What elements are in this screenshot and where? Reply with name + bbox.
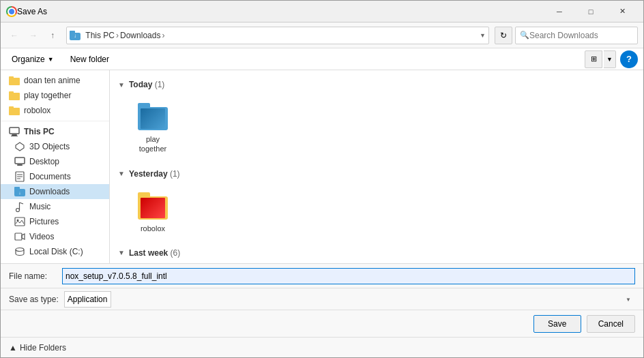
item-name: play together [132, 134, 174, 154]
svg-rect-8 [11, 136, 18, 136]
maximize-button[interactable]: □ [575, 1, 606, 23]
list-item[interactable]: play together [129, 96, 177, 157]
sidebar-item-desktop[interactable]: Desktop [1, 154, 109, 169]
help-button[interactable]: ? [620, 50, 638, 68]
refresh-button[interactable]: ↻ [495, 27, 512, 44]
folder-thumb [136, 190, 169, 220]
main-content: ▼ Today (1) play together [110, 70, 643, 263]
sidebar-item-robolox[interactable]: robolox [1, 103, 109, 118]
sidebar-label: doan ten anime [24, 76, 104, 85]
svg-rect-4 [9, 108, 20, 115]
sidebar-item-music[interactable]: Music [1, 199, 109, 214]
svg-rect-1 [9, 76, 14, 78]
minimize-button[interactable]: ─ [544, 1, 575, 23]
svg-rect-3 [9, 91, 14, 93]
sidebar-item-videos[interactable]: Videos [1, 229, 109, 244]
address-this-pc: This PC [85, 31, 115, 40]
sidebar-divider [1, 121, 109, 121]
svg-rect-7 [12, 134, 17, 136]
savetype-select[interactable]: Application [64, 291, 111, 308]
group-label-last-week: Last week (6) [129, 248, 180, 258]
search-icon: 🔍 [520, 31, 529, 40]
3d-objects-icon [14, 141, 25, 152]
list-item[interactable]: robolox [129, 185, 177, 236]
sidebar-item-downloads[interactable]: ↓ Downloads [1, 184, 109, 199]
item-thumb [136, 99, 169, 132]
svg-rect-5 [9, 106, 14, 108]
svg-rect-19 [15, 218, 25, 226]
svg-point-16 [16, 209, 20, 212]
folder-thumb [136, 100, 169, 130]
cancel-button[interactable]: Cancel [587, 315, 635, 333]
svg-rect-21 [15, 233, 22, 240]
group-header-last-week[interactable]: ▼ Last week (6) [118, 244, 635, 262]
group-header-today[interactable]: ▼ Today (1) [118, 76, 635, 93]
desktop-icon [14, 156, 25, 167]
group-items-today: play together [118, 93, 635, 165]
this-pc-icon [9, 126, 20, 137]
sidebar-label: Downloads [29, 187, 104, 196]
sidebar-item-local-disk[interactable]: Local Disk (C:) [1, 244, 109, 259]
svg-rect-2 [9, 93, 20, 100]
group-header-yesterday[interactable]: ▼ Yesterday (1) [118, 165, 635, 183]
back-button[interactable]: ← [6, 27, 23, 44]
address-folder-icon: ↓ [70, 31, 80, 40]
folder-icon [9, 90, 20, 101]
sidebar: doan ten anime play together robolox [1, 70, 110, 263]
sidebar-label: Local Disk (C:) [29, 247, 104, 256]
forward-button[interactable]: → [25, 27, 42, 44]
sidebar-item-doan-ten-anime[interactable]: doan ten anime [1, 73, 109, 88]
music-icon [14, 201, 25, 212]
filename-input[interactable] [62, 268, 635, 284]
sidebar-label: Pictures [29, 217, 104, 226]
sidebar-item-this-pc[interactable]: This PC [1, 124, 109, 139]
chevron-icon: ▼ [118, 170, 125, 177]
title-bar: Save As ─ □ ✕ [1, 1, 643, 23]
content-area: doan ten anime play together robolox [1, 70, 643, 263]
save-button[interactable]: Save [533, 315, 581, 333]
search-input[interactable] [529, 31, 633, 40]
address-downloads: Downloads [120, 31, 160, 40]
view-dropdown-button[interactable]: ▼ [604, 50, 616, 68]
sidebar-item-pictures[interactable]: Pictures [1, 214, 109, 229]
group-items-last-week: DLS DLS 2023 [118, 262, 635, 263]
save-as-dialog: Save As ─ □ ✕ ← → ↑ ↓ This PC › Download… [0, 0, 644, 358]
svg-rect-6 [10, 128, 19, 134]
up-button[interactable]: ↑ [44, 27, 61, 44]
svg-line-18 [20, 203, 24, 204]
svg-rect-0 [9, 78, 20, 85]
sidebar-item-documents[interactable]: Documents [1, 169, 109, 184]
search-container: 🔍 [515, 27, 638, 44]
address-dropdown-icon[interactable]: ▼ [480, 32, 486, 39]
savetype-row: Save as type: Application [1, 288, 643, 310]
sidebar-item-3d-objects[interactable]: 3D Objects [1, 139, 109, 154]
item-name: robolox [141, 224, 165, 233]
organize-button[interactable]: Organize ▼ [6, 50, 59, 68]
title-bar-buttons: ─ □ ✕ [544, 1, 638, 23]
pictures-icon [14, 216, 25, 227]
group-label-today: Today (1) [129, 80, 164, 89]
local-disk-icon [14, 246, 25, 257]
svg-rect-11 [17, 164, 23, 166]
hide-folders-bar: ▲ Hide Folders [1, 337, 643, 357]
toolbar: ← → ↑ ↓ This PC › Downloads › ▼ ↻ 🔍 [1, 23, 643, 48]
hide-folders-button[interactable]: ▲ Hide Folders [9, 343, 66, 353]
sidebar-label: Desktop [29, 157, 104, 166]
sidebar-label: This PC [24, 127, 104, 136]
address-bar[interactable]: ↓ This PC › Downloads › ▼ [66, 27, 489, 44]
view-controls: ⊞ ▼ ? [585, 50, 638, 68]
filename-bar: File name: [1, 263, 643, 288]
sidebar-label: 3D Objects [29, 142, 104, 151]
group-label-yesterday: Yesterday (1) [129, 169, 180, 179]
group-items-yesterday: robolox [118, 183, 635, 244]
view-icon-button[interactable]: ⊞ [585, 50, 602, 68]
app-icon [6, 6, 17, 17]
close-button[interactable]: ✕ [606, 1, 638, 23]
sidebar-label: Videos [29, 232, 104, 241]
svg-marker-22 [22, 234, 25, 239]
sidebar-item-play-together[interactable]: play together [1, 88, 109, 103]
chevron-icon: ▼ [118, 81, 125, 89]
sidebar-label: robolox [24, 106, 104, 115]
hide-folders-label: Hide Folders [20, 343, 66, 353]
new-folder-button[interactable]: New folder [65, 50, 115, 68]
